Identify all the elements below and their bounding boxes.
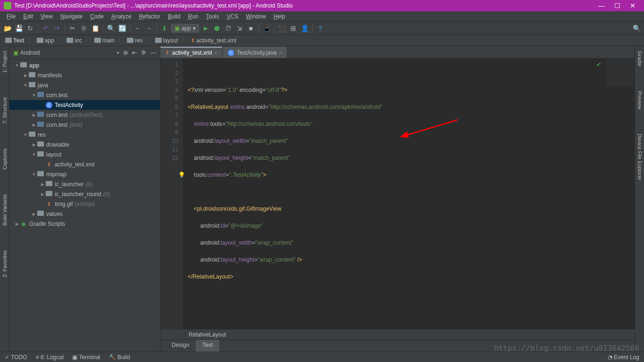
terminal-button[interactable]: ▣ Terminal bbox=[72, 354, 100, 361]
tab-design[interactable]: Design bbox=[165, 340, 196, 352]
profile-icon[interactable]: ⏱ bbox=[223, 24, 233, 33]
sync-icon[interactable]: ↻ bbox=[25, 24, 35, 33]
tool-buildvariants[interactable]: Build Variants bbox=[1, 191, 8, 229]
menu-analyze[interactable]: Analyze bbox=[108, 12, 134, 21]
todo-button[interactable]: ✓ TODO bbox=[5, 354, 27, 361]
undo-icon[interactable]: ↶ bbox=[41, 24, 50, 33]
stop-icon[interactable]: ■ bbox=[246, 24, 256, 33]
app-icon bbox=[4, 2, 11, 9]
redo-icon[interactable]: ↷ bbox=[52, 24, 62, 33]
make-icon[interactable]: ⬇ bbox=[160, 24, 169, 33]
editor-area: ⬍activity_test.xml×CTestActivity.java× 1… bbox=[160, 46, 635, 352]
menu-tools[interactable]: Tools bbox=[203, 12, 222, 21]
tree-item[interactable]: ▶◉Gradle Scripts bbox=[9, 219, 160, 229]
structure-icon[interactable]: ⊞ bbox=[289, 24, 298, 33]
tool-structure[interactable]: 7: Structure bbox=[1, 94, 8, 127]
cut-icon[interactable]: ✂ bbox=[68, 24, 77, 33]
close-tab-icon[interactable]: × bbox=[279, 50, 282, 56]
tree-item[interactable]: ▼mipmap bbox=[9, 169, 160, 179]
forward-icon[interactable]: → bbox=[144, 24, 154, 33]
editor-tabs: ⬍activity_test.xml×CTestActivity.java× bbox=[160, 46, 635, 58]
inspection-ok-icon: ✔ bbox=[596, 60, 602, 69]
hide-icon[interactable]: — bbox=[150, 49, 156, 56]
tool-preview[interactable]: Preview bbox=[636, 88, 644, 112]
tree-item[interactable]: CTestActivity bbox=[9, 100, 160, 110]
copy-icon[interactable]: ⎘ bbox=[79, 24, 89, 33]
close-tab-icon[interactable]: × bbox=[215, 50, 217, 56]
paste-icon[interactable]: 📋 bbox=[91, 24, 100, 33]
find-icon[interactable]: 🔍 bbox=[106, 24, 116, 33]
tree-item[interactable]: ▶drawable bbox=[9, 140, 160, 149]
layout-icon[interactable]: 👤 bbox=[300, 24, 309, 33]
menu-refactor[interactable]: Refactor bbox=[136, 12, 163, 21]
tree-item[interactable]: ⬍timg.gif(xxhdpi) bbox=[9, 199, 160, 209]
breadcrumb-item[interactable]: Test bbox=[4, 37, 26, 44]
close-button[interactable]: ✕ bbox=[630, 2, 636, 9]
tree-item[interactable]: ⬍activity_test.xml bbox=[9, 159, 160, 169]
logcat-button[interactable]: ≡ 6: Logcat bbox=[36, 354, 64, 361]
editor-tab[interactable]: CTestActivity.java× bbox=[223, 47, 287, 58]
help-icon[interactable]: ? bbox=[315, 24, 325, 33]
open-icon[interactable]: 📂 bbox=[3, 24, 12, 33]
tree-item[interactable]: ▼app bbox=[9, 60, 160, 70]
run-config-select[interactable]: ▣ app ▾ bbox=[171, 24, 199, 33]
save-icon[interactable]: 💾 bbox=[14, 24, 24, 33]
attach-icon[interactable]: ⇲ bbox=[235, 24, 244, 33]
chevron-down-icon[interactable]: ▾ bbox=[116, 49, 119, 56]
menu-window[interactable]: Window bbox=[243, 12, 269, 21]
tree-item[interactable]: ▼com.test bbox=[9, 90, 160, 100]
tree-item[interactable]: ▶values bbox=[9, 209, 160, 219]
structure-breadcrumb[interactable]: RelativeLayout bbox=[160, 329, 635, 339]
maximize-button[interactable]: ☐ bbox=[614, 2, 620, 9]
tree-item[interactable]: ▼layout bbox=[9, 149, 160, 159]
project-tree[interactable]: ▼app▶manifests▼java▼com.testCTestActivit… bbox=[9, 59, 160, 352]
tree-item[interactable]: ▶com.test(test) bbox=[9, 120, 160, 130]
collapse-icon[interactable]: ⇤ bbox=[132, 49, 137, 56]
tool-devicefileexplorer[interactable]: Device File Explorer bbox=[636, 131, 644, 183]
run-button[interactable]: ▶ bbox=[201, 24, 210, 33]
menu-build[interactable]: Build bbox=[165, 12, 183, 21]
build-button[interactable]: 🔨 Build bbox=[109, 354, 130, 361]
menu-code[interactable]: Code bbox=[87, 12, 107, 21]
minimize-button[interactable]: — bbox=[598, 2, 605, 9]
debug-icon[interactable]: ⬢ bbox=[212, 24, 222, 33]
tree-item[interactable]: ▶ic_launcher_round(6) bbox=[9, 189, 160, 199]
tree-item[interactable]: ▶com.test(androidTest) bbox=[9, 110, 160, 120]
tool-favorites[interactable]: 2: Favorites bbox=[1, 247, 8, 280]
breadcrumb-item[interactable]: main bbox=[93, 37, 116, 44]
avd-icon[interactable]: 📱 bbox=[262, 24, 271, 33]
menu-vcs[interactable]: VCS bbox=[224, 12, 241, 21]
tree-item[interactable]: ▶ic_launcher(6) bbox=[9, 179, 160, 189]
sdk-icon[interactable]: ⬛ bbox=[277, 24, 287, 33]
tree-item[interactable]: ▶manifests bbox=[9, 70, 160, 80]
menu-file[interactable]: File bbox=[4, 12, 18, 21]
settings-icon[interactable]: ✲ bbox=[141, 49, 146, 56]
menu-navigate[interactable]: Navigate bbox=[58, 12, 85, 21]
chevron-down-icon: ▾ bbox=[193, 25, 196, 32]
tool-project[interactable]: 1: Project bbox=[1, 48, 8, 75]
breadcrumb-item[interactable]: layout bbox=[154, 37, 180, 44]
editor-tab[interactable]: ⬍activity_test.xml× bbox=[160, 47, 222, 58]
menu-edit[interactable]: Edit bbox=[20, 12, 36, 21]
tree-item[interactable]: ▼java bbox=[9, 80, 160, 90]
search-everywhere-icon[interactable]: 🔍 bbox=[632, 24, 641, 33]
lightbulb-icon[interactable]: 💡 bbox=[178, 171, 185, 179]
tool-gradle[interactable]: Gradle bbox=[636, 48, 644, 69]
title-bar: Test [D:\Android\AndroidStudioProjects\T… bbox=[0, 0, 644, 11]
breadcrumb-item[interactable]: ⬍ activity_test.xml bbox=[189, 37, 238, 44]
tab-text[interactable]: Text bbox=[196, 340, 219, 352]
event-log-button[interactable]: ◔ Event Log bbox=[608, 354, 639, 361]
breadcrumb-item[interactable]: res bbox=[125, 37, 144, 44]
replace-icon[interactable]: 🔄 bbox=[117, 24, 127, 33]
menu-run[interactable]: Run bbox=[185, 12, 201, 21]
menu-view[interactable]: View bbox=[38, 12, 56, 21]
back-icon[interactable]: ← bbox=[133, 24, 142, 33]
breadcrumb-item[interactable]: src bbox=[65, 37, 83, 44]
tool-captures[interactable]: Captures bbox=[1, 146, 8, 173]
tree-item[interactable]: ▼res bbox=[9, 130, 160, 140]
menu-help[interactable]: Help bbox=[271, 12, 288, 21]
code-editor[interactable]: ✔ <?xml version="1.0" encoding="utf-8"?>… bbox=[183, 58, 635, 329]
target-icon[interactable]: ⊕ bbox=[123, 49, 128, 56]
minimap[interactable] bbox=[606, 58, 635, 87]
breadcrumb-item[interactable]: app bbox=[35, 37, 56, 44]
